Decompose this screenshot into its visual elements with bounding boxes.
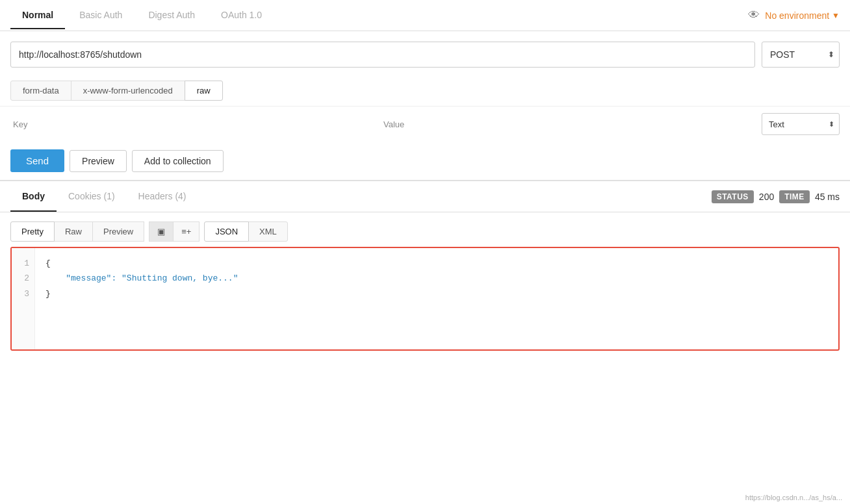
format-tab-raw[interactable]: Raw xyxy=(54,221,93,242)
tab-normal[interactable]: Normal xyxy=(10,2,65,29)
tab-headers[interactable]: Headers (4) xyxy=(127,182,198,212)
chevron-down-icon: ▼ xyxy=(832,11,840,20)
auth-tabs-bar: Normal Basic Auth Digest Auth OAuth 1.0 … xyxy=(0,0,850,31)
tab-body[interactable]: Body xyxy=(10,182,57,212)
line-number-3: 3 xyxy=(17,286,29,301)
code-line-2: "message": "Shutting down, bye..." xyxy=(45,271,828,286)
line-number-1: 1 xyxy=(17,256,29,271)
wrap-icon-btn[interactable]: ≡+ xyxy=(173,221,200,242)
tab-form-data[interactable]: form-data xyxy=(10,81,71,101)
url-area: POST GET PUT DELETE PATCH HEAD OPTIONS xyxy=(0,31,850,75)
kv-type-select[interactable]: Text File xyxy=(762,113,840,135)
time-badge: TIME xyxy=(779,190,810,203)
kv-type-wrapper: Text File xyxy=(762,113,840,135)
environment-selector[interactable]: No environment ▼ xyxy=(765,10,840,21)
code-content: { "message": "Shutting down, bye..." } xyxy=(35,248,838,349)
code-area: 1 2 3 { "message": "Shutting down, bye..… xyxy=(10,247,840,351)
status-value: 200 xyxy=(759,192,774,202)
code-string-value: "Shutting down, bye..." xyxy=(122,273,238,283)
kv-key-label: Key xyxy=(10,120,381,129)
method-select[interactable]: POST GET PUT DELETE PATCH HEAD OPTIONS xyxy=(762,42,840,68)
tab-basic-auth[interactable]: Basic Auth xyxy=(68,2,134,29)
env-label: No environment xyxy=(765,10,829,21)
tab-urlencoded[interactable]: x-www-form-urlencoded xyxy=(71,81,185,101)
kv-header: Key Value Text File xyxy=(0,106,850,142)
line-number-2: 2 xyxy=(17,271,29,286)
response-status-area: STATUS 200 TIME 45 ms xyxy=(712,190,840,203)
kv-value-label: Value xyxy=(381,120,751,129)
code-line-1: { xyxy=(45,256,828,271)
copy-icon-btn[interactable]: ▣ xyxy=(149,221,174,242)
tab-oauth[interactable]: OAuth 1.0 xyxy=(209,2,274,29)
code-area-wrapper: 1 2 3 { "message": "Shutting down, bye..… xyxy=(0,247,850,361)
url-input[interactable] xyxy=(10,42,755,68)
action-bar: Send Preview Add to collection xyxy=(0,142,850,181)
preview-button[interactable]: Preview xyxy=(70,150,127,172)
response-format-tabs: Pretty Raw Preview ▣ ≡+ JSON XML xyxy=(0,212,850,247)
code-line-3: } xyxy=(45,286,828,301)
status-badge: STATUS xyxy=(712,190,754,203)
format-tab-preview[interactable]: Preview xyxy=(92,221,144,242)
time-value: 45 ms xyxy=(815,192,840,202)
format-type-json[interactable]: JSON xyxy=(204,221,249,242)
response-section: Body Cookies (1) Headers (4) STATUS 200 … xyxy=(0,181,850,361)
tab-raw[interactable]: raw xyxy=(185,81,223,101)
response-tabs: Body Cookies (1) Headers (4) STATUS 200 … xyxy=(0,181,850,212)
tab-cookies[interactable]: Cookies (1) xyxy=(57,182,127,212)
code-key: "message": xyxy=(45,273,122,283)
format-tab-pretty[interactable]: Pretty xyxy=(10,221,55,242)
line-numbers: 1 2 3 xyxy=(12,248,35,349)
send-button[interactable]: Send xyxy=(10,149,64,172)
footer-url: https://blog.csdn.n.../as_hs/a... xyxy=(738,491,850,504)
add-collection-button[interactable]: Add to collection xyxy=(132,150,224,172)
eye-icon[interactable]: 👁 xyxy=(748,8,760,22)
body-type-tabs: form-data x-www-form-urlencoded raw xyxy=(0,75,850,106)
method-wrapper: POST GET PUT DELETE PATCH HEAD OPTIONS xyxy=(762,42,840,68)
tab-digest-auth[interactable]: Digest Auth xyxy=(136,2,207,29)
format-type-xml[interactable]: XML xyxy=(248,221,288,242)
